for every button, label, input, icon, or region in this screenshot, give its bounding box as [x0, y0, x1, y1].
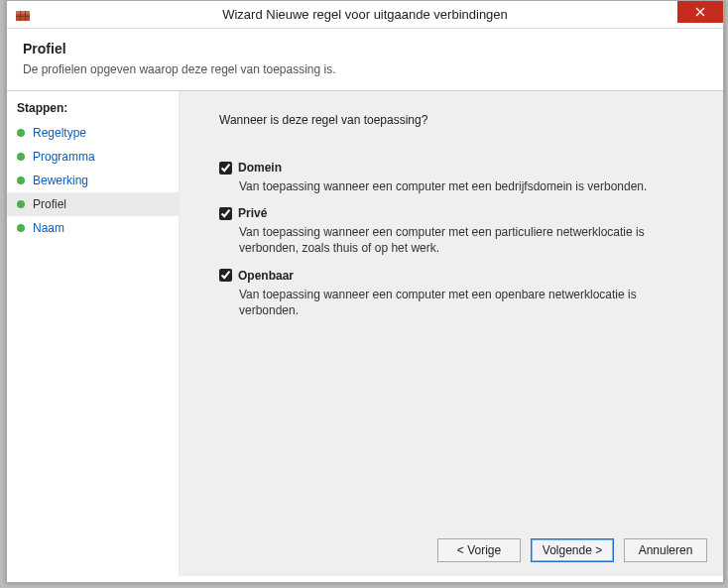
step-label: Profiel [33, 197, 66, 211]
step-label: Bewerking [33, 174, 88, 187]
svg-rect-3 [20, 11, 21, 21]
firewall-icon [15, 7, 31, 23]
wizard-window: Wizard Nieuwe regel voor uitgaande verbi… [6, 0, 724, 583]
window-title: Wizard Nieuwe regel voor uitgaande verbi… [7, 7, 723, 22]
bullet-icon [17, 224, 25, 232]
checkbox-label: Openbaar [238, 269, 294, 283]
step-label: Naam [33, 221, 64, 235]
svg-rect-1 [16, 11, 30, 14]
checkbox-prive[interactable] [219, 207, 232, 220]
titlebar: Wizard Nieuwe regel voor uitgaande verbi… [7, 1, 723, 29]
step-item-bewerking[interactable]: Bewerking [7, 169, 179, 192]
bullet-icon [17, 176, 25, 184]
bullet-icon [17, 153, 25, 161]
checkbox-domein[interactable] [219, 162, 232, 175]
bullet-icon [17, 129, 25, 137]
step-item-regeltype[interactable]: Regeltype [7, 121, 179, 145]
wizard-header: Profiel De profielen opgeven waarop deze… [7, 29, 723, 91]
option-openbaar: Openbaar Van toepassing wanneer een comp… [219, 269, 697, 318]
checkbox-label: Privé [238, 206, 267, 220]
back-button[interactable]: < Vorige [437, 538, 521, 562]
page-subtitle: De profielen opgeven waarop deze regel v… [23, 62, 707, 76]
option-desc: Van toepassing wanneer een computer met … [239, 178, 675, 194]
page-title: Profiel [23, 41, 707, 57]
next-button[interactable]: Volgende > [531, 538, 614, 562]
prompt-text: Wanneer is deze regel van toepassing? [219, 113, 697, 127]
step-item-programma[interactable]: Programma [7, 145, 179, 169]
steps-sidebar: Stappen: Regeltype Programma Bewerking P… [7, 91, 180, 576]
step-item-profiel[interactable]: Profiel [7, 192, 179, 216]
step-label: Programma [33, 150, 95, 164]
svg-rect-2 [16, 16, 30, 17]
option-domein: Domein Van toepassing wanneer een comput… [219, 161, 697, 194]
svg-rect-4 [25, 11, 26, 21]
checkbox-label: Domein [238, 161, 282, 175]
wizard-body: Stappen: Regeltype Programma Bewerking P… [7, 91, 723, 576]
option-desc: Van toepassing wanneer een computer met … [239, 224, 675, 256]
close-icon [695, 7, 705, 17]
step-label: Regeltype [33, 126, 86, 140]
main-panel: Wanneer is deze regel van toepassing? Do… [180, 91, 723, 576]
cancel-button[interactable]: Annuleren [624, 538, 707, 562]
bullet-icon [17, 200, 25, 208]
close-button[interactable] [677, 1, 723, 23]
option-prive: Privé Van toepassing wanneer een compute… [219, 206, 697, 256]
wizard-footer: < Vorige Volgende > Annuleren [437, 538, 707, 562]
step-item-naam[interactable]: Naam [7, 216, 179, 240]
option-desc: Van toepassing wanneer een computer met … [239, 287, 675, 318]
steps-header: Stappen: [7, 97, 179, 121]
checkbox-openbaar[interactable] [219, 269, 232, 282]
